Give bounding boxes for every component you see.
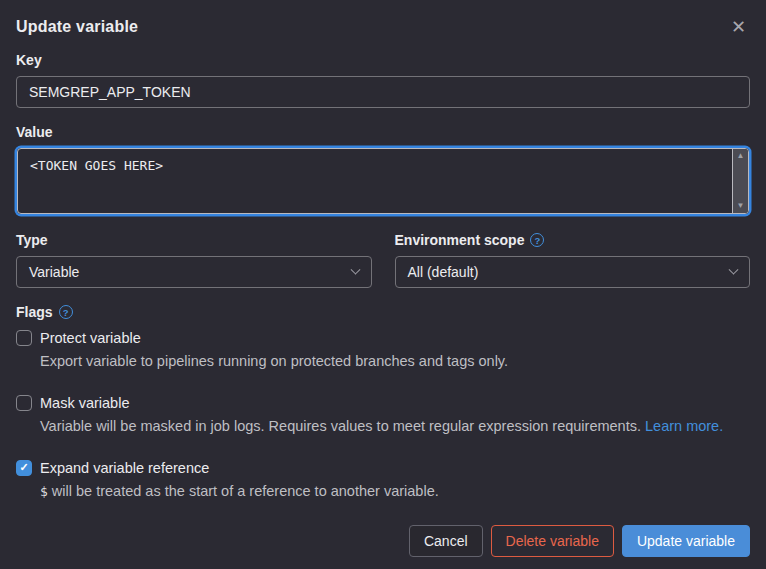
update-variable-modal: Update variable ✕ Key Value <TOKEN GOES … (0, 0, 766, 569)
flags-label-text: Flags (16, 304, 53, 320)
value-text: <TOKEN GOES HERE> (30, 158, 724, 173)
type-selected-value: Variable (29, 264, 79, 280)
cancel-button[interactable]: Cancel (409, 525, 483, 557)
close-icon[interactable]: ✕ (727, 16, 750, 38)
modal-header: Update variable ✕ (16, 18, 750, 38)
type-select[interactable]: Variable (16, 256, 372, 288)
update-variable-button[interactable]: Update variable (622, 525, 750, 557)
flag-row: ✓ Expand variable reference (16, 460, 750, 476)
flag-row: ✓ Mask variable (16, 395, 750, 411)
environment-scope-selected-value: All (default) (408, 264, 479, 280)
protect-variable-label[interactable]: Protect variable (40, 330, 141, 346)
flag-mask-variable: ✓ Mask variable Variable will be masked … (16, 395, 750, 436)
value-field-group: Value <TOKEN GOES HERE> ▲ ▼ (16, 124, 750, 216)
environment-scope-label-text: Environment scope (395, 232, 525, 248)
mask-variable-checkbox[interactable]: ✓ (16, 395, 32, 411)
scroll-up-icon[interactable]: ▲ (737, 152, 745, 160)
key-label: Key (16, 52, 750, 68)
expand-variable-reference-label[interactable]: Expand variable reference (40, 460, 209, 476)
chevron-down-icon (729, 264, 739, 274)
environment-scope-select[interactable]: All (default) (395, 256, 751, 288)
type-column: Type Variable (16, 232, 372, 288)
value-textarea[interactable]: <TOKEN GOES HERE> ▲ ▼ (17, 148, 749, 214)
protect-variable-description: Export variable to pipelines running on … (40, 352, 750, 371)
mask-variable-description-text: Variable will be masked in job logs. Req… (40, 418, 641, 434)
scroll-down-icon[interactable]: ▼ (737, 202, 745, 210)
value-label: Value (16, 124, 750, 140)
environment-scope-label: Environment scope ? (395, 232, 751, 248)
flag-expand-variable-reference: ✓ Expand variable reference $ will be tr… (16, 460, 750, 501)
scrollbar[interactable]: ▲ ▼ (732, 149, 748, 213)
dollar-code: $ (40, 484, 48, 499)
expand-variable-reference-checkbox[interactable]: ✓ (16, 460, 32, 476)
key-field-group: Key (16, 52, 750, 108)
expand-variable-reference-description-text: will be treated as the start of a refere… (52, 483, 439, 499)
type-scope-row: Type Variable Environment scope ? All (d… (16, 232, 750, 288)
modal-title: Update variable (16, 18, 138, 36)
flags-section: Flags ? ✓ Protect variable Export variab… (16, 304, 750, 525)
expand-variable-reference-description: $ will be treated as the start of a refe… (40, 482, 750, 501)
delete-variable-button[interactable]: Delete variable (491, 525, 614, 557)
flag-protect-variable: ✓ Protect variable Export variable to pi… (16, 330, 750, 371)
help-icon[interactable]: ? (59, 305, 73, 319)
check-icon: ✓ (19, 462, 28, 473)
key-input[interactable] (16, 76, 750, 108)
flags-label: Flags ? (16, 304, 750, 320)
chevron-down-icon (350, 264, 360, 274)
help-icon[interactable]: ? (530, 233, 544, 247)
learn-more-link[interactable]: Learn more. (645, 418, 723, 434)
modal-footer: Cancel Delete variable Update variable (16, 525, 750, 557)
mask-variable-label[interactable]: Mask variable (40, 395, 129, 411)
flag-row: ✓ Protect variable (16, 330, 750, 346)
type-label: Type (16, 232, 372, 248)
environment-scope-column: Environment scope ? All (default) (395, 232, 751, 288)
protect-variable-checkbox[interactable]: ✓ (16, 330, 32, 346)
mask-variable-description: Variable will be masked in job logs. Req… (40, 417, 750, 436)
